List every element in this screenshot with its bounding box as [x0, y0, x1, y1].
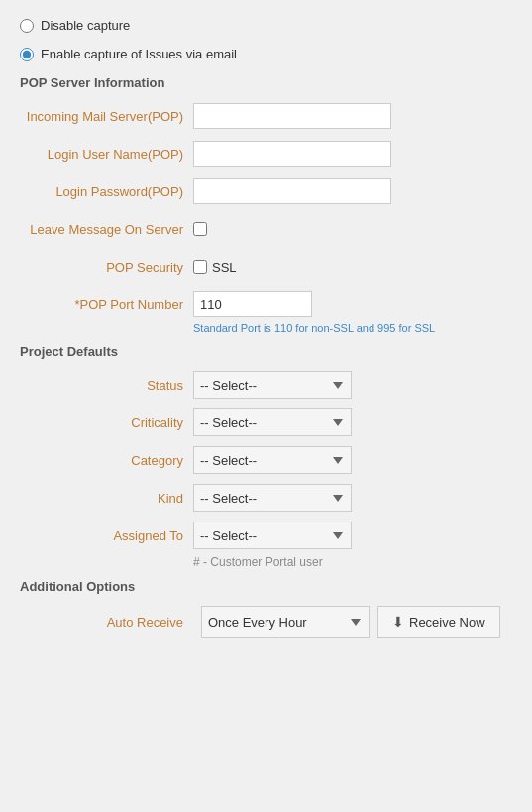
- disable-capture-label: Disable capture: [41, 18, 130, 33]
- incoming-mail-label: Incoming Mail Server(POP): [20, 109, 193, 124]
- receive-now-button[interactable]: ⬇ Receive Now: [377, 606, 500, 638]
- disable-capture-radio[interactable]: [20, 19, 34, 33]
- pop-server-heading: POP Server Information: [20, 75, 512, 90]
- kind-label: Kind: [20, 491, 193, 506]
- criticality-row: Criticality -- Select--: [20, 408, 512, 436]
- criticality-select[interactable]: -- Select--: [193, 408, 352, 436]
- receive-now-label: Receive Now: [409, 615, 485, 630]
- port-hint: Standard Port is 110 for non-SSL and 995…: [193, 322, 512, 334]
- customer-note: # - Customer Portal user: [193, 555, 512, 569]
- login-user-input[interactable]: [193, 141, 391, 167]
- pop-security-row: POP Security SSL: [20, 253, 512, 281]
- auto-receive-label: Auto Receive: [20, 615, 193, 630]
- project-defaults-section: Project Defaults Status -- Select-- Crit…: [20, 344, 512, 569]
- enable-capture-label: Enable capture of Issues via email: [41, 47, 237, 61]
- project-defaults-heading: Project Defaults: [20, 344, 512, 359]
- ssl-label: SSL: [212, 260, 237, 275]
- login-password-row: Login Password(POP): [20, 177, 512, 205]
- download-icon: ⬇: [392, 614, 404, 630]
- assigned-to-row: Assigned To -- Select--: [20, 522, 512, 549]
- pop-port-row: *POP Port Number: [20, 290, 512, 318]
- assigned-to-select[interactable]: -- Select--: [193, 522, 352, 549]
- login-user-label: Login User Name(POP): [20, 147, 193, 162]
- leave-message-row: Leave Message On Server: [20, 215, 512, 243]
- login-user-row: Login User Name(POP): [20, 140, 512, 168]
- incoming-mail-input[interactable]: [193, 103, 391, 129]
- pop-security-checkbox[interactable]: [193, 260, 207, 274]
- pop-port-input[interactable]: [193, 291, 312, 317]
- status-select[interactable]: -- Select--: [193, 371, 352, 399]
- login-password-input[interactable]: [193, 178, 391, 204]
- leave-message-label: Leave Message On Server: [20, 222, 193, 237]
- assigned-to-label: Assigned To: [20, 528, 193, 543]
- auto-receive-row: Auto Receive Once Every Hour Once Every …: [20, 606, 512, 638]
- disable-capture-option[interactable]: Disable capture: [20, 18, 512, 33]
- pop-server-section: POP Server Information Incoming Mail Ser…: [20, 75, 512, 334]
- auto-receive-select[interactable]: Once Every Hour Once Every 30 Minutes On…: [201, 606, 370, 638]
- category-row: Category -- Select--: [20, 446, 512, 474]
- kind-select[interactable]: -- Select--: [193, 484, 352, 512]
- incoming-mail-row: Incoming Mail Server(POP): [20, 102, 512, 130]
- pop-port-label: *POP Port Number: [20, 297, 193, 312]
- enable-capture-option[interactable]: Enable capture of Issues via email: [20, 47, 512, 61]
- additional-options-section: Additional Options Auto Receive Once Eve…: [20, 579, 512, 638]
- status-row: Status -- Select--: [20, 371, 512, 399]
- criticality-label: Criticality: [20, 415, 193, 430]
- status-label: Status: [20, 378, 193, 393]
- enable-capture-radio[interactable]: [20, 48, 34, 61]
- kind-row: Kind -- Select--: [20, 484, 512, 512]
- leave-message-checkbox[interactable]: [193, 222, 207, 236]
- additional-options-heading: Additional Options: [20, 579, 512, 594]
- category-label: Category: [20, 453, 193, 468]
- login-password-label: Login Password(POP): [20, 184, 193, 199]
- pop-security-label: POP Security: [20, 260, 193, 275]
- category-select[interactable]: -- Select--: [193, 446, 352, 474]
